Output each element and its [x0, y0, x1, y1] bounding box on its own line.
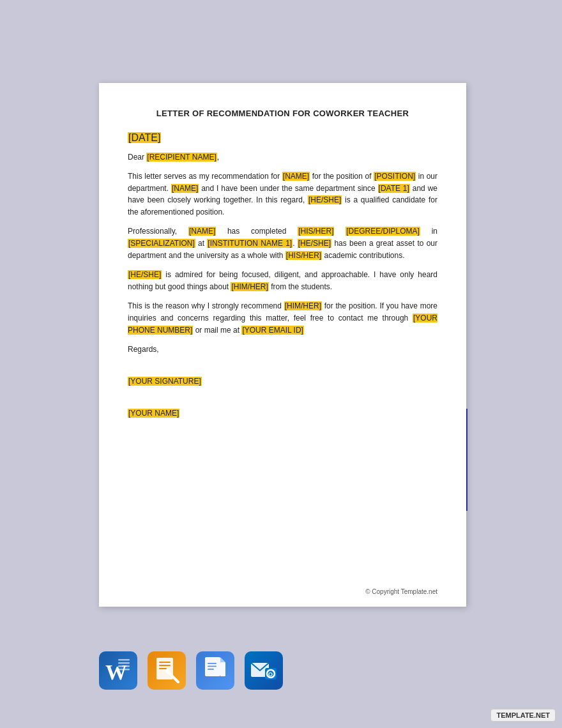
document-page: LETTER OF RECOMMENDATION FOR COWORKER TE…	[99, 83, 466, 607]
date-field: [DATE]	[128, 132, 437, 144]
your-name-highlight: [YOUR NAME]	[128, 409, 179, 418]
docs-app-icon[interactable]	[196, 651, 234, 690]
svg-text:O: O	[268, 671, 273, 678]
himher-2: [HIM/HER]	[284, 301, 322, 310]
specialization-highlight: [SPECIALIZATION]	[128, 239, 195, 248]
svg-rect-9	[159, 665, 171, 666]
date1-highlight: [DATE 1]	[378, 184, 410, 193]
greeting-line: Dear [RECIPIENT NAME],	[128, 153, 437, 162]
svg-text:W: W	[105, 660, 127, 684]
outlook-app-icon[interactable]: O	[245, 651, 283, 690]
date-highlight: [DATE]	[128, 132, 161, 143]
email-highlight: [YOUR EMAIL ID]	[241, 326, 304, 335]
degree-highlight: [DEGREE/DIPLOMA]	[346, 227, 420, 236]
docs-icon-svg	[199, 654, 232, 687]
svg-rect-17	[208, 663, 216, 664]
name-section: [YOUR NAME]	[128, 409, 437, 418]
regards-section: Regards,	[128, 345, 437, 354]
heshe-1: [HE/SHE]	[308, 195, 342, 204]
paragraph-3: [HE/SHE] is admired for being focused, d…	[128, 269, 437, 292]
signature-highlight: [YOUR SIGNATURE]	[128, 377, 202, 386]
himher-1: [HIM/HER]	[231, 282, 268, 291]
pages-app-icon[interactable]	[148, 651, 186, 690]
template-watermark: TEMPLATE.NET	[490, 709, 556, 722]
svg-rect-18	[208, 666, 216, 667]
copyright-text: © Copyright Template.net	[365, 588, 437, 595]
position-highlight: [POSITION]	[374, 172, 416, 181]
heshe-2: [HE/SHE]	[298, 239, 331, 248]
outlook-icon-svg: O	[247, 654, 280, 687]
app-icons-bar: W	[99, 651, 283, 690]
word-app-icon[interactable]: W	[99, 651, 137, 690]
paragraph-2: Professionally, [NAME] has completed [HI…	[128, 225, 437, 261]
document-content: LETTER OF RECOMMENDATION FOR COWORKER TE…	[99, 83, 466, 437]
svg-rect-19	[208, 669, 214, 670]
institution-highlight: [INSTITUTION NAME 1]	[207, 239, 292, 248]
document-title: LETTER OF RECOMMENDATION FOR COWORKER TE…	[128, 109, 437, 118]
name-3: [NAME]	[188, 227, 216, 236]
name-2: [NAME]	[171, 184, 199, 193]
svg-rect-10	[159, 668, 167, 669]
paragraph-4: This is the reason why I strongly recomm…	[128, 300, 437, 336]
svg-point-12	[165, 669, 169, 673]
svg-rect-16	[220, 662, 225, 676]
hisher-2: [HIS/HER]	[285, 251, 322, 260]
hisher-1: [HIS/HER]	[298, 227, 334, 236]
svg-rect-8	[159, 662, 171, 663]
pages-icon-svg	[150, 654, 183, 687]
recipient-name-highlight: [RECIPIENT NAME]	[146, 153, 216, 162]
name-1: [NAME]	[282, 172, 310, 181]
regards-text: Regards,	[128, 345, 159, 354]
word-icon-svg: W	[102, 654, 135, 687]
paragraph-1: This letter serves as my recommendation …	[128, 171, 437, 218]
signature-section: [YOUR SIGNATURE]	[128, 377, 437, 386]
heshe-3: [HE/SHE]	[128, 270, 162, 279]
